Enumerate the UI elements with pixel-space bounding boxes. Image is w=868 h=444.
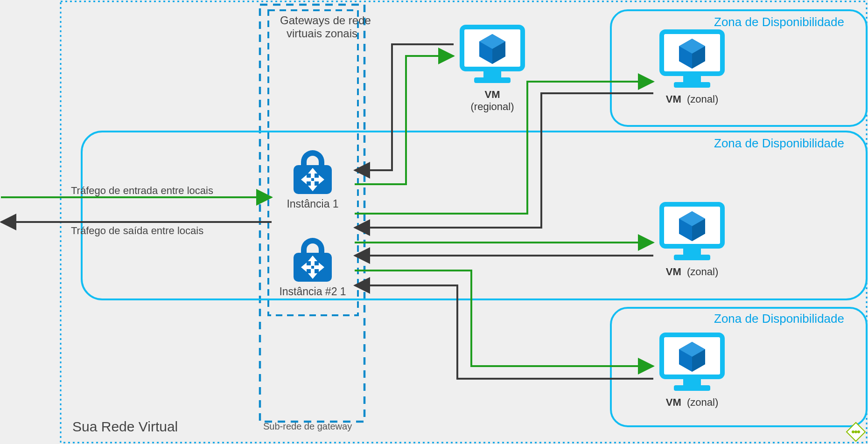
- vm-zonal-bot-label: VM: [666, 396, 681, 408]
- resize-handle[interactable]: [846, 422, 866, 442]
- vm-regional-label: VM: [485, 89, 500, 100]
- vm-zonal-mid-caption: VM (zonal): [657, 266, 727, 278]
- zone-label-bottom: Zona de Disponibilidade: [714, 312, 844, 326]
- lock-gateway-icon: [287, 229, 338, 284]
- diagram-canvas: { "vnet_title": "Sua Rede Virtual", "gat…: [0, 0, 868, 444]
- vnet-title: Sua Rede Virtual: [72, 419, 178, 435]
- svg-rect-13: [674, 385, 710, 391]
- gateway-group-line2: virtuais zonais: [280, 27, 364, 41]
- svg-rect-12: [683, 377, 701, 385]
- diagram-svg: [0, 0, 868, 444]
- zone-label-top: Zona de Disponibilidade: [714, 15, 844, 29]
- svg-point-14: [852, 430, 854, 433]
- resize-handle-icon: [846, 422, 866, 442]
- vm-zonal-bottom: VM (zonal): [657, 330, 727, 409]
- svg-rect-4: [474, 77, 511, 83]
- svg-rect-10: [674, 255, 710, 260]
- gateway-subnet-label: Sub-rede de gateway: [263, 421, 352, 432]
- vm-monitor-icon: [657, 330, 727, 395]
- vm-regional-caption: VM (regional): [457, 89, 527, 113]
- gateway-group-line1: Gateways de rede: [280, 14, 364, 28]
- svg-rect-9: [683, 246, 701, 255]
- traffic-out-label: Tráfego de saída entre locais: [71, 225, 203, 237]
- vm-zonal-top-caption: VM (zonal): [657, 93, 727, 105]
- vm-monitor-icon: [457, 22, 527, 88]
- svg-rect-6: [683, 74, 701, 82]
- svg-rect-7: [674, 82, 710, 88]
- instance2-label: Instância #2 1: [275, 285, 350, 298]
- vm-zonal-top-paren: (zonal): [687, 93, 718, 105]
- svg-rect-3: [483, 69, 501, 77]
- vm-zonal-top-label: VM: [666, 93, 681, 105]
- vm-zonal-top: VM (zonal): [657, 27, 727, 105]
- zone-label-middle: Zona de Disponibilidade: [714, 136, 844, 151]
- vm-zonal-mid-label: VM: [666, 266, 681, 278]
- vm-zonal-middle: VM (zonal): [657, 200, 727, 278]
- gateway-instance-1: Instância 1: [275, 141, 350, 210]
- svg-point-15: [854, 430, 857, 433]
- vm-monitor-icon: [657, 200, 727, 265]
- vm-zonal-bot-paren: (zonal): [687, 396, 718, 408]
- lock-gateway-icon: [287, 141, 338, 197]
- vm-zonal-bot-caption: VM (zonal): [657, 396, 727, 409]
- vm-regional-paren: (regional): [471, 101, 514, 112]
- traffic-in-label: Tráfego de entrada entre locais: [71, 185, 213, 197]
- gateway-instance-2: Instância #2 1: [275, 229, 350, 298]
- vm-zonal-mid-paren: (zonal): [687, 266, 718, 278]
- vm-monitor-icon: [657, 27, 727, 92]
- svg-point-16: [857, 430, 860, 433]
- vm-regional: VM (regional): [457, 22, 527, 113]
- instance1-label: Instância 1: [275, 198, 350, 210]
